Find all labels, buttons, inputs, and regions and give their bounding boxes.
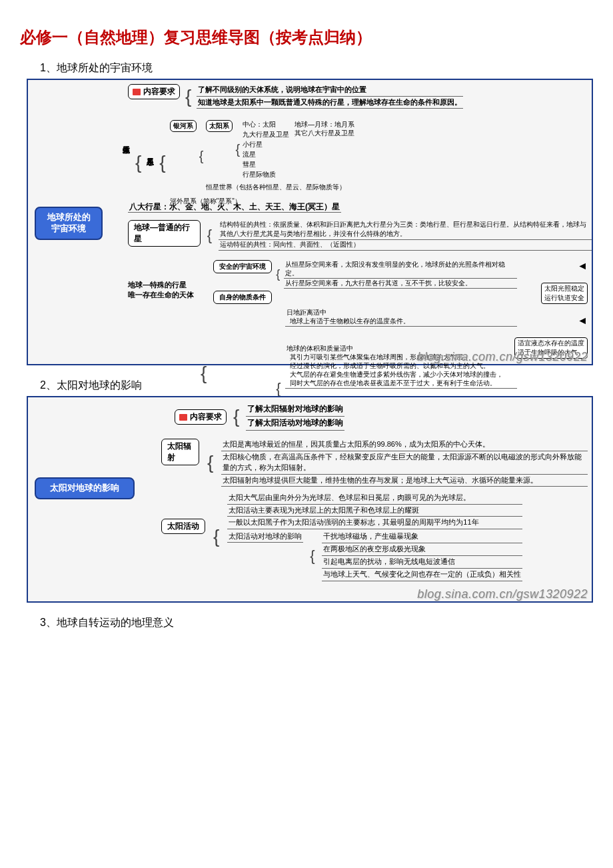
hengxing-world: 恒星世界（包括各种恒星、星云、星际物质等） [206,183,354,191]
brace-icon: { [207,456,213,469]
brace-icon: { [201,367,207,380]
special-label: 地球—特殊的行星 唯一存在生命的天体 [128,260,194,301]
ty-item: 彗星 [243,160,289,169]
effect-3: 引起电离层的扰动，影响无线电短波通信 [322,556,522,569]
map1-requirements: 内容要求 { 了解不同级别的天体系统，说明地球在宇宙中的位置 知道地球是太阳系中… [128,84,463,109]
effect-4: 与地球上天气、气候变化之间也存在一定的（正或负）相关性 [322,569,522,581]
safe-env-label: 安全的宇宙环境 [213,260,272,273]
brace-icon: { [185,90,191,103]
map1-root-node: 地球所处的 宇宙环境 [35,207,103,240]
act-line-2: 太阳活动主要表现为光球层上的太阳黑子和色球层上的耀斑 [227,505,522,517]
flag-icon [133,89,141,95]
effect-2: 在两极地区的夜空形成极光现象 [322,543,522,556]
brace-icon: { [235,145,240,154]
map1-req-2: 知道地球是太阳系中一颗既普通又特殊的行星，理解地球存在生命的条件和原因。 [197,97,463,109]
common-line-2: 运动特征的共性：同向性、共面性、（近圆性） [219,240,592,251]
brace-icon: { [199,151,204,161]
safe-line-2: 从行星际空间来看，九大行星各行其道，互不干扰，比较安全。 [284,279,517,289]
flag-icon [179,414,187,421]
content-req-label: 内容要求 [128,84,180,99]
brace-icon: { [276,383,281,393]
act-effects-label: 太阳活动对地球的影响 [227,531,303,543]
watermark: blog.sina.com.cn/gsw1320922 [417,350,588,364]
brace-icon: { [310,551,314,561]
ty-item: 中心：太阳 [243,120,289,129]
self-line-1: 日地距离适中 地球上有适于生物赖以生存的温度条件。 [285,308,517,327]
map2-root-node: 太阳对地球的影响 [35,477,135,499]
earth-sat: 地球—月球：地月系 其它八大行星及卫星 [295,120,354,137]
effect-1: 干扰地球磁场，产生磁暴现象 [322,531,522,543]
ty-item: 流星 [243,150,289,159]
content-req-label: 内容要求 [175,409,227,425]
map2-requirements: 内容要求 { 了解太阳辐射对地球的影响 了解太阳活动对地球的影响 [175,403,344,431]
taiyang-node: 太阳系 [206,120,233,132]
brace-icon: { [213,530,219,543]
watermark: blog.sina.com.cn/gsw1320922 [417,587,588,601]
brace-icon: { [233,410,239,423]
map1-planets-line: 八大行星：水、金、地、火、木、土、天王、海王(冥王）星 [128,201,341,213]
act-line-3: 一般以太阳黑子作为太阳活动强弱的主要标志，其最明显的周期平均约为11年 [227,517,522,529]
section-3-heading: 3、地球自转运动的地理意义 [40,616,593,630]
activity-label: 太阳活动 [161,519,205,534]
mindmap-1: 地球所处的 宇宙环境 内容要求 { 了解不同级别的天体系统，说明地球在宇宙中的位… [27,79,593,365]
rad-line-3: 太阳辐射向地球提供巨大能量，维持生物的生存与发展；是地球上大气运动、水循环的能量… [221,475,588,487]
safe-note: 太阳光照稳定 运行轨道安全 [541,283,588,304]
brace-icon: { [135,156,141,169]
content-req-text: 内容要求 [143,87,175,96]
rad-line-2: 太阳核心物质，在高温高压条件下，经核聚变反应产生巨大的能量，太阳源源不断的以电磁… [221,451,588,475]
common-line-1: 结构特征的共性：依据质量、体积和距日距离把九大行星分为三类：类地行星、巨行星和远… [219,220,592,240]
map1-req-1: 了解不同级别的天体系统，说明地球在宇宙中的位置 [197,84,463,97]
act-line-1: 太阳大气层由里向外分为光球层、色球层和日冕层，肉眼可见的为光球层。 [227,492,522,505]
section-1-heading: 1、地球所处的宇宙环境 [40,61,593,75]
safe-line-1: 从恒星际空间来看，太阳没有发生明显的变化，地球所处的光照条件相对稳定。 [284,260,517,279]
map2-activity: 太阳活动 { 太阳大气层由里向外分为光球层、色球层和日冕层，肉眼可见的为光球层。… [161,492,588,581]
map2-req-1: 了解太阳辐射对地球的影响 [246,403,344,417]
rad-line-1: 太阳是离地球最近的恒星，因其质量占太阳系的99.86%，成为太阳系的中心天体。 [221,439,588,451]
map2-req-2: 了解太阳活动对地球的影响 [246,417,344,431]
map1-common-planet: 地球—普通的行星 { 结构特征的共性：依据质量、体积和距日距离把九大行星分为三类… [128,220,592,251]
planets-text: 八大行星：水、金、地、火、木、土、天王、海王(冥王）星 [128,202,341,213]
radiation-label: 太阳辐射 [161,439,199,465]
zongxing-label: 总星系 [145,132,155,152]
brace-icon: { [159,156,165,169]
brace-icon: { [276,270,280,279]
map1-celestial-systems: 天体系统 { 总星系 { 银河系 { 太阳系 { 中心：太阳 九大行星及卫星 小… [121,120,588,205]
page-title: 必修一（自然地理）复习思维导图（按考点归纳） [20,27,593,48]
ty-item: 小行星 [243,140,289,149]
mindmap-2: 太阳对地球的影响 内容要求 { 了解太阳辐射对地球的影响 了解太阳活动对地球的影… [27,396,593,603]
content-req-text: 内容要求 [190,412,222,421]
tianti-label: 天体系统 [121,120,131,140]
yinhe-node: 银河系 [170,120,197,132]
self-cond-label: 自身的物质条件 [213,291,272,304]
ty-item: 九大行星及卫星 [243,130,289,139]
brace-icon: { [207,230,212,240]
map2-radiation: 太阳辐射 { 太阳是离地球最近的恒星，因其质量占太阳系的99.86%，成为太阳系… [161,439,588,487]
common-label: 地球—普通的行星 [128,220,201,247]
ty-item: 行星际物质 [243,170,289,179]
